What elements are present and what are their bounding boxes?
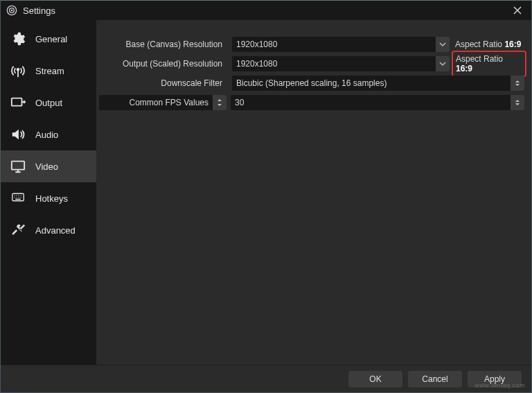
- sidebar-item-advanced[interactable]: Advanced: [1, 214, 96, 246]
- row-output-resolution: Output (Scaled) Resolution 1920x1080 Asp…: [99, 56, 524, 71]
- body: General Stream Output Audio: [1, 20, 531, 365]
- output-resolution-label: Output (Scaled) Resolution: [99, 59, 228, 69]
- monitor-icon: [9, 157, 27, 175]
- row-base-resolution: Base (Canvas) Resolution 1920x1080 Aspec…: [99, 37, 524, 52]
- stepper-icon: [511, 76, 524, 91]
- titlebar: Settings: [1, 1, 531, 20]
- base-resolution-label: Base (Canvas) Resolution: [99, 40, 228, 49]
- downscale-filter-label: Downscale Filter: [99, 78, 228, 88]
- downscale-filter-select[interactable]: Bicubic (Sharpened scaling, 16 samples): [232, 76, 524, 91]
- antenna-icon: [9, 62, 27, 80]
- row-downscale-filter: Downscale Filter Bicubic (Sharpened scal…: [99, 76, 524, 91]
- svg-rect-4: [12, 98, 22, 106]
- base-aspect-ratio: Aspect Ratio 16:9: [454, 40, 524, 49]
- sidebar-item-label: Advanced: [35, 225, 76, 236]
- watermark: www.deuaq.com: [475, 382, 525, 389]
- fps-mode-select[interactable]: Common FPS Values: [99, 95, 227, 110]
- stepper-icon: [511, 95, 524, 110]
- downscale-filter-value: Bicubic (Sharpened scaling, 16 samples): [236, 78, 387, 88]
- sidebar-item-label: General: [35, 34, 67, 44]
- sidebar-item-output[interactable]: Output: [1, 87, 96, 119]
- main-panel: Base (Canvas) Resolution 1920x1080 Aspec…: [96, 20, 531, 365]
- gear-icon: [9, 30, 27, 48]
- sidebar-item-label: Output: [35, 98, 62, 108]
- chevron-down-icon: [436, 37, 450, 52]
- sidebar-item-stream[interactable]: Stream: [1, 55, 96, 87]
- svg-point-3: [17, 69, 19, 71]
- svg-rect-5: [12, 161, 24, 170]
- output-icon: [9, 94, 27, 112]
- base-resolution-value: 1920x1080: [236, 40, 277, 49]
- app-icon: [6, 5, 17, 16]
- sidebar-item-label: Stream: [35, 66, 64, 76]
- sidebar: General Stream Output Audio: [1, 20, 96, 365]
- settings-window: Settings General Stream: [0, 0, 532, 393]
- sidebar-item-hotkeys[interactable]: Hotkeys: [1, 182, 96, 214]
- window-title: Settings: [23, 6, 55, 16]
- sidebar-item-label: Hotkeys: [35, 193, 68, 204]
- speaker-icon: [9, 125, 27, 143]
- sidebar-item-video[interactable]: Video: [1, 150, 96, 182]
- base-resolution-select[interactable]: 1920x1080: [232, 37, 450, 52]
- fps-value: 30: [235, 98, 244, 107]
- output-aspect-ratio: Aspect Ratio 16:9: [454, 53, 524, 75]
- output-resolution-select[interactable]: 1920x1080: [232, 56, 450, 71]
- fps-value-select[interactable]: 30: [231, 95, 524, 110]
- svg-point-2: [11, 10, 13, 12]
- sidebar-item-audio[interactable]: Audio: [1, 119, 96, 150]
- close-button[interactable]: [508, 2, 527, 19]
- stepper-icon: [213, 95, 227, 110]
- tools-icon: [9, 221, 27, 239]
- output-resolution-value: 1920x1080: [236, 59, 277, 69]
- sidebar-item-general[interactable]: General: [1, 23, 96, 55]
- sidebar-item-label: Video: [35, 161, 58, 172]
- cancel-button[interactable]: Cancel: [408, 371, 462, 387]
- sidebar-item-label: Audio: [35, 130, 58, 140]
- keyboard-icon: [9, 189, 27, 207]
- fps-mode-label: Common FPS Values: [130, 98, 209, 107]
- footer: OK Cancel Apply: [1, 365, 531, 392]
- chevron-down-icon: [436, 56, 450, 71]
- ok-button[interactable]: OK: [348, 371, 402, 387]
- row-fps: Common FPS Values 30: [99, 95, 524, 110]
